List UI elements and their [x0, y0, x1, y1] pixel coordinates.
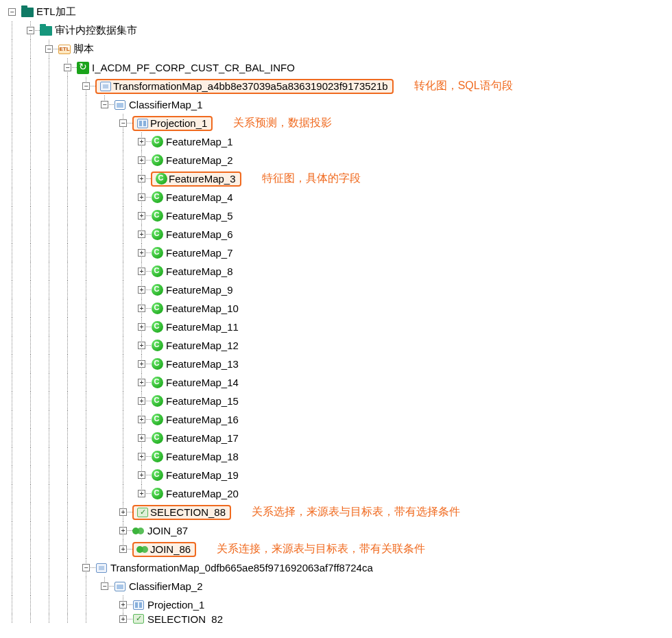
node-label: FeatureMap_3	[167, 173, 237, 185]
node-label: I_ACDM_PF_CORP_CUST_CR_BAL_INFO	[91, 62, 296, 73]
expander-icon[interactable]: +	[138, 453, 145, 460]
feature-icon	[151, 469, 163, 482]
expander-icon[interactable]: +	[119, 615, 127, 623]
tree-node-feature-map[interactable]: +FeatureMap_9	[3, 281, 669, 299]
expander-icon[interactable]: +	[138, 138, 145, 145]
tree-node-projection-1b[interactable]: + Projection_1	[3, 595, 669, 614]
expander-icon[interactable]: +	[138, 490, 145, 497]
node-label: FeatureMap_17	[165, 432, 240, 444]
expander-icon[interactable]: +	[138, 286, 145, 294]
expander-icon[interactable]: +	[138, 360, 145, 368]
expander-icon[interactable]: +	[138, 305, 145, 312]
tree-node-transformation-map-2[interactable]: − TransformationMap_0dfb665ae85f97169206…	[3, 558, 669, 577]
expander-icon[interactable]: −	[82, 564, 90, 571]
expander-icon[interactable]: −	[64, 64, 71, 71]
expander-icon[interactable]: −	[119, 119, 127, 127]
expander-icon[interactable]: +	[138, 268, 145, 275]
projection-icon	[132, 599, 145, 611]
expander-icon[interactable]: +	[119, 601, 127, 609]
expander-icon[interactable]: +	[138, 212, 145, 220]
expander-icon[interactable]: −	[101, 101, 108, 108]
tree-node-feature-map[interactable]: +FeatureMap_1	[3, 132, 669, 151]
tree-node-feature-map[interactable]: +FeatureMap_18	[3, 447, 669, 466]
node-label: FeatureMap_4	[165, 191, 235, 203]
feature-icon	[151, 247, 163, 259]
expander-icon[interactable]: +	[138, 434, 145, 442]
node-label: Projection_1	[146, 599, 206, 611]
map-icon	[95, 562, 108, 574]
tree-node-feature-map[interactable]: +FeatureMap_10	[3, 299, 669, 318]
expander-icon[interactable]: +	[138, 231, 145, 238]
tree-view: − ETL加工 − 审计内控数据集市 − ETL 脚本 − I_ACDM_PF_…	[3, 3, 669, 624]
tree-node-feature-map[interactable]: +FeatureMap_3特征图，具体的字段	[3, 169, 669, 188]
tree-node-task[interactable]: − I_ACDM_PF_CORP_CUST_CR_BAL_INFO	[3, 58, 669, 77]
node-label: FeatureMap_14	[165, 377, 240, 388]
tree-node-feature-map[interactable]: +FeatureMap_17	[3, 429, 669, 447]
tree-node-feature-map[interactable]: +FeatureMap_20	[3, 484, 669, 503]
map-icon	[99, 80, 112, 93]
expander-icon[interactable]: −	[101, 582, 108, 590]
tree-node-classifier-map-2[interactable]: − ClassifierMap_2	[3, 577, 669, 595]
tree-node-transformation-map-1[interactable]: − TransformationMap_a4bb8e37039a5a836319…	[3, 77, 669, 95]
node-label: 审计内控数据集市	[53, 24, 139, 37]
expander-icon[interactable]: −	[45, 45, 53, 53]
node-label: FeatureMap_1	[165, 136, 235, 147]
expander-icon[interactable]: −	[82, 82, 90, 90]
tree-node-script[interactable]: − ETL 脚本	[3, 40, 669, 58]
tree-node-feature-map[interactable]: +FeatureMap_4	[3, 188, 669, 206]
expander-icon[interactable]: +	[138, 156, 145, 164]
annotation-text: 关系连接，来源表与目标表，带有关联条件	[217, 542, 425, 556]
tree-node-feature-map[interactable]: +FeatureMap_19	[3, 466, 669, 484]
tree-node-sub1[interactable]: − 审计内控数据集市	[3, 21, 669, 40]
node-label: TransformationMap_0dfb665ae85f971692063a…	[109, 562, 374, 574]
node-label: FeatureMap_16	[165, 414, 240, 425]
feature-icon	[151, 395, 163, 407]
tree-node-join-86[interactable]: + JOIN_86 关系连接，来源表与目标表，带有关联条件	[3, 540, 669, 558]
expander-icon[interactable]: +	[119, 527, 127, 534]
expander-icon[interactable]: +	[138, 323, 145, 331]
expander-icon[interactable]: +	[138, 342, 145, 349]
tree-node-classifier-map-1[interactable]: − ClassifierMap_1	[3, 95, 669, 114]
tree-node-join-87[interactable]: + JOIN_87	[3, 521, 669, 540]
expander-icon[interactable]: +	[138, 416, 145, 423]
expander-icon[interactable]: −	[8, 8, 16, 16]
highlight-box: Projection_1	[132, 116, 213, 131]
expander-icon[interactable]: +	[119, 545, 127, 553]
tree-node-selection-88[interactable]: + SELECTION_88 关系选择，来源表与目标表，带有选择条件	[3, 503, 669, 521]
tree-node-projection-1[interactable]: − Projection_1 关系预测，数据投影	[3, 114, 669, 132]
highlight-box: TransformationMap_a4bb8e37039a5a83631902…	[95, 79, 394, 94]
tree-node-root[interactable]: − ETL加工	[3, 3, 669, 21]
tree-node-feature-map[interactable]: +FeatureMap_5	[3, 206, 669, 225]
node-label: FeatureMap_13	[165, 358, 240, 370]
annotation-text: 转化图，SQL语句段	[414, 79, 513, 93]
tree-node-feature-map[interactable]: +FeatureMap_13	[3, 355, 669, 373]
expander-icon[interactable]: +	[138, 379, 145, 386]
expander-icon[interactable]: +	[138, 249, 145, 257]
tree-node-feature-map[interactable]: +FeatureMap_15	[3, 392, 669, 410]
annotation-text: 关系选择，来源表与目标表，带有选择条件	[252, 505, 460, 519]
tree-node-feature-map[interactable]: +FeatureMap_14	[3, 373, 669, 392]
expander-icon[interactable]: +	[138, 397, 145, 405]
feature-icon	[151, 228, 163, 241]
tree-node-feature-map[interactable]: +FeatureMap_7	[3, 244, 669, 262]
expander-icon[interactable]: +	[138, 193, 145, 201]
node-label: FeatureMap_6	[165, 228, 235, 240]
expander-icon[interactable]: +	[138, 471, 145, 479]
feature-icon	[151, 432, 163, 445]
tree-node-selection-82[interactable]: + SELECTION_82	[3, 614, 669, 624]
tree-node-feature-map[interactable]: +FeatureMap_16	[3, 410, 669, 429]
node-label: TransformationMap_a4bb8e37039a5a83631902…	[112, 80, 389, 92]
expander-icon[interactable]: +	[119, 508, 127, 516]
tree-node-feature-map[interactable]: +FeatureMap_11	[3, 318, 669, 336]
tree-node-feature-map[interactable]: +FeatureMap_6	[3, 225, 669, 244]
node-label: ClassifierMap_1	[128, 99, 204, 110]
expander-icon[interactable]: +	[138, 175, 145, 182]
node-label: FeatureMap_15	[165, 395, 240, 407]
tree-node-feature-map[interactable]: +FeatureMap_2	[3, 151, 669, 169]
tree-node-feature-map[interactable]: +FeatureMap_8	[3, 262, 669, 281]
expander-icon[interactable]: −	[27, 27, 34, 34]
node-label: SELECTION_82	[146, 614, 224, 624]
tree-node-feature-map[interactable]: +FeatureMap_12	[3, 336, 669, 355]
classifier-icon	[114, 580, 126, 593]
feature-icon	[151, 154, 163, 167]
